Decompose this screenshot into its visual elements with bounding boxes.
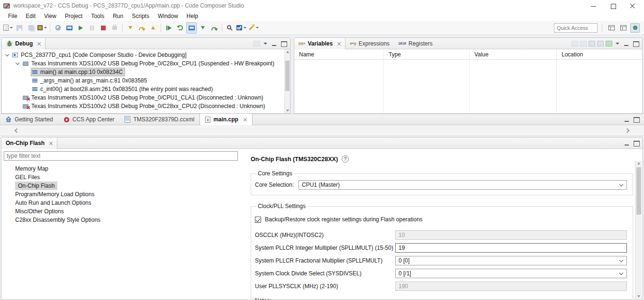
nav-item-disassembly-style[interactable]: C28xx Disassembly Style Options (4, 216, 241, 224)
disconnect-button[interactable] (109, 22, 120, 34)
menu-run[interactable]: Run (109, 12, 127, 20)
nav-item-on-chip-flash[interactable]: On-Chip Flash (15, 182, 57, 190)
view-menu-icon[interactable] (263, 43, 267, 45)
connect-target-button[interactable] (186, 22, 197, 34)
menu-view[interactable]: View (40, 12, 61, 20)
quick-access-input[interactable] (554, 23, 598, 33)
expander-icon[interactable] (5, 52, 9, 56)
save-button[interactable] (14, 22, 25, 34)
tab-main-cpp[interactable]: c main.cpp (200, 114, 253, 125)
tab-on-chip-flash[interactable]: On-Chip Flash (1, 137, 57, 149)
sysdivsel-select[interactable]: 0 [/1] (395, 269, 627, 278)
scroll-up-icon[interactable] (637, 162, 640, 164)
stack-frame-selected[interactable]: main() at main.cpp:10 0x08234C (31, 68, 125, 76)
tab-registers[interactable]: 1010 Registers (394, 38, 437, 49)
column-header-type[interactable]: Type (384, 49, 470, 59)
step-over-button[interactable] (136, 22, 147, 34)
flash-scrollbar[interactable] (635, 161, 642, 299)
filter-input[interactable] (4, 151, 238, 161)
tab-variables[interactable]: (x)= Variables (294, 38, 345, 49)
tab-ccxml[interactable]: TMS320F28379D.ccxml (119, 114, 200, 125)
scroll-right-icon[interactable] (625, 128, 630, 133)
menu-help[interactable]: Help (182, 12, 203, 20)
tab-expressions[interactable]: x+y Expressions (345, 38, 394, 49)
connect-icon[interactable] (254, 41, 260, 46)
scripts-wand-button[interactable] (248, 22, 259, 34)
close-window-icon[interactable] (629, 3, 635, 9)
scroll-down-icon[interactable] (286, 109, 289, 112)
maximize-view-icon[interactable] (633, 116, 640, 123)
menu-file[interactable]: File (4, 12, 21, 20)
stack-frame[interactable]: c_int00() at boot28.asm:261 0x083501 (th… (31, 85, 215, 93)
debug-tree-item[interactable]: main() at main.cpp:10 0x08234C (2, 68, 290, 76)
stack-frame[interactable]: _args_main() at args_main.c:81 0x083585 (31, 77, 149, 84)
terminate-button[interactable] (98, 22, 109, 34)
ccs-edit-perspective-button[interactable] (618, 23, 628, 33)
debug-tree-item[interactable]: PCS_28377D_cpu1 [Code Composer Studio - … (2, 51, 290, 59)
minimize-view-icon[interactable] (623, 116, 631, 123)
menu-scripts[interactable]: Scripts (127, 12, 154, 20)
suspend-button[interactable] (87, 22, 97, 34)
close-tab-icon[interactable] (243, 118, 247, 121)
nav-item-program-memory-load[interactable]: Program/Memory Load Options (4, 190, 241, 199)
nav-item-gel-files[interactable]: GEL Files (4, 173, 241, 182)
minimize-window-icon[interactable] (590, 3, 597, 9)
core-selection-select[interactable]: CPU1 (Master) (299, 180, 627, 190)
assembly-step-into-button[interactable] (198, 22, 208, 34)
scrollbar-thumb[interactable] (285, 61, 290, 91)
nav-item-misc-other[interactable]: Misc/Other Options (4, 207, 241, 216)
scrollbar-thumb[interactable] (636, 167, 641, 215)
maximize-view-icon[interactable] (632, 40, 640, 47)
debug-tree-item[interactable]: Texas Instruments XDS100v2 USB Debug Pro… (2, 93, 290, 102)
close-tab-icon[interactable] (337, 42, 341, 45)
debug-tree-item[interactable]: _args_main() at args_main.c:81 0x083585 (2, 76, 290, 85)
maximize-view-icon[interactable] (633, 139, 640, 147)
show-logical-structure-icon[interactable] (580, 41, 587, 46)
menu-project[interactable]: Project (61, 12, 87, 20)
show-type-names-icon[interactable] (571, 41, 578, 46)
nav-item-auto-run-launch[interactable]: Auto Run and Launch Options (4, 199, 241, 207)
new-register-group-icon[interactable] (597, 41, 604, 46)
resume-button[interactable] (75, 22, 86, 34)
debug-tree-item[interactable]: c_int00() at boot28.asm:261 0x083501 (th… (2, 85, 290, 93)
spllimult-input[interactable] (395, 243, 627, 253)
close-tab-icon[interactable] (49, 141, 53, 145)
debug-tree-item[interactable]: Texas Instruments XDS100v2 USB Debug Pro… (2, 102, 290, 110)
restart-button[interactable] (163, 22, 174, 34)
step-return-button[interactable] (148, 22, 158, 34)
scroll-up-icon[interactable] (286, 51, 289, 53)
backup-restore-checkbox[interactable] (255, 217, 261, 223)
tab-getting-started[interactable]: Getting Started (0, 114, 58, 125)
debug-tree-item[interactable]: Texas Instruments XDS100v2 USB Debug Pro… (2, 59, 290, 68)
new-wizard-button[interactable] (3, 22, 13, 34)
minimize-view-icon[interactable] (623, 40, 630, 47)
menu-window[interactable]: Window (154, 12, 182, 20)
analysis-button[interactable] (236, 22, 247, 34)
refresh-button[interactable] (175, 22, 185, 34)
add-global-variables-icon[interactable] (606, 41, 612, 46)
collapse-all-icon[interactable] (589, 41, 595, 46)
column-header-location[interactable]: Location (557, 49, 642, 59)
skip-breakpoints-button[interactable] (53, 22, 63, 34)
spllfmult-select[interactable]: 0 [0] (395, 256, 627, 265)
scroll-left-icon[interactable] (15, 128, 19, 133)
view-menu-icon[interactable] (616, 43, 619, 45)
step-into-button[interactable] (125, 22, 136, 34)
column-header-name[interactable]: Name (294, 49, 384, 59)
minimize-view-icon[interactable] (271, 40, 278, 47)
maximize-view-icon[interactable] (280, 40, 288, 47)
assembly-step-over-button[interactable] (209, 22, 219, 34)
tab-debug[interactable]: Debug (2, 38, 45, 49)
help-icon[interactable]: ? (342, 155, 349, 163)
close-tab-icon[interactable] (37, 42, 41, 45)
menu-tools[interactable]: Tools (87, 12, 109, 20)
nav-item-memory-map[interactable]: Memory Map (4, 164, 241, 173)
target-configuration-button[interactable] (64, 22, 74, 34)
open-perspective-button[interactable] (607, 23, 616, 33)
maximize-window-icon[interactable] (610, 3, 616, 9)
expander-icon[interactable] (16, 61, 19, 64)
save-all-button[interactable] (26, 22, 36, 34)
scroll-down-icon[interactable] (637, 295, 640, 298)
ccs-debug-perspective-button[interactable] (630, 23, 640, 33)
flash-program-button[interactable] (37, 22, 47, 34)
